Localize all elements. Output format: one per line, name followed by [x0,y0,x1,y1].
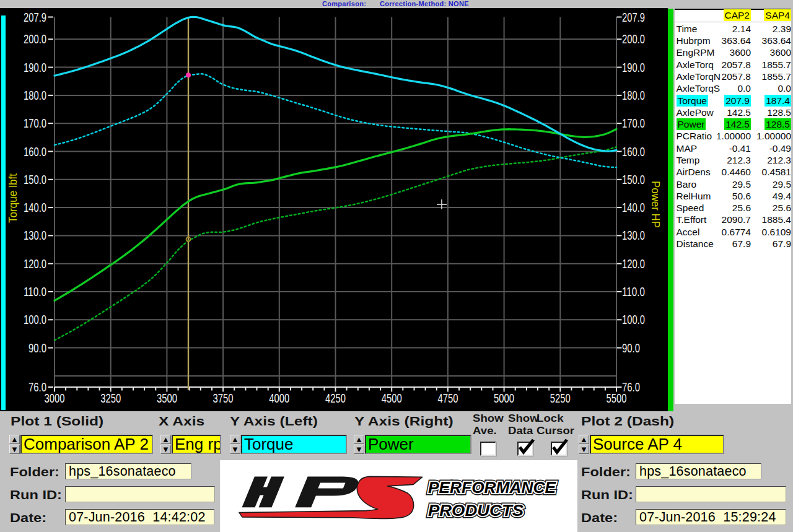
svg-text:PRODUCTS: PRODUCTS [428,502,524,519]
svg-text:PERFORMANCE: PERFORMANCE [428,479,556,496]
